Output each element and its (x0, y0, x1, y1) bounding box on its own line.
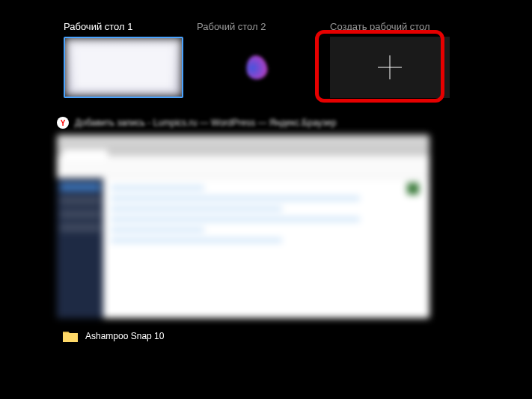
window-title-row: Y Добавить запись - Lumpics.ru — WordPre… (57, 117, 429, 129)
desktop-2[interactable]: Рабочий стол 2 (197, 21, 317, 98)
new-desktop-label: Создать рабочий стол (330, 21, 450, 32)
yandex-browser-icon: Y (57, 117, 69, 129)
window-content (57, 178, 429, 318)
window-thumbnail[interactable] (57, 135, 429, 318)
window-chrome-header (57, 135, 429, 156)
window-preview[interactable]: Y Добавить запись - Lumpics.ru — WordPre… (57, 117, 429, 318)
plus-icon (378, 55, 402, 79)
folder-label: Ashampoo Snap 10 (85, 331, 164, 341)
desktop-1[interactable]: Рабочий стол 1 (64, 21, 183, 98)
desktop-2-label: Рабочий стол 2 (197, 21, 317, 32)
virtual-desktops-row: Рабочий стол 1 Рабочий стол 2 Создать ра… (0, 0, 532, 98)
app-glyph-icon (244, 54, 269, 81)
desktop-2-thumbnail[interactable] (197, 37, 317, 98)
browser-tab (63, 150, 108, 160)
user-avatar (407, 183, 419, 195)
desktop-1-label: Рабочий стол 1 (64, 21, 183, 32)
window-title: Добавить запись - Lumpics.ru — WordPress… (75, 118, 336, 128)
desktop-folder-item[interactable]: Ashampoo Snap 10 (63, 330, 164, 342)
folder-icon (63, 330, 78, 342)
desktop-1-preview (65, 38, 182, 97)
browser-toolbar (57, 156, 429, 178)
new-desktop-col: Создать рабочий стол (330, 21, 450, 98)
desktop-1-thumbnail[interactable] (64, 37, 183, 98)
wp-main (103, 178, 429, 318)
new-desktop-button[interactable] (330, 37, 450, 98)
desktop-2-preview (197, 37, 317, 98)
wp-sidebar (57, 178, 103, 318)
